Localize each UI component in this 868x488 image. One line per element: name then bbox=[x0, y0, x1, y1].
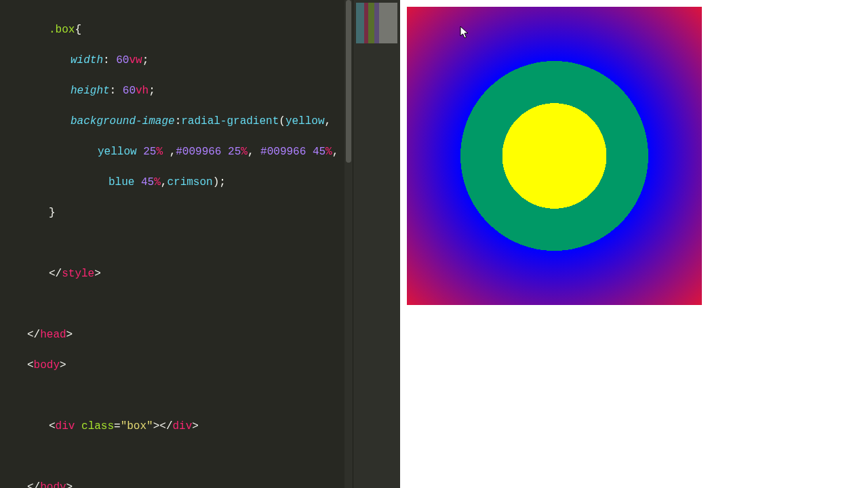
minimap-content bbox=[356, 3, 397, 43]
css-fn: radial-gradient bbox=[181, 115, 279, 127]
css-color: #009966 bbox=[260, 146, 306, 158]
css-color: blue bbox=[108, 176, 134, 188]
css-selector: .box bbox=[49, 24, 75, 36]
css-color: yellow bbox=[285, 115, 325, 127]
css-color: crimson bbox=[167, 176, 212, 188]
tag-style-close: style bbox=[62, 268, 94, 280]
app-root: .box{ width: 60vw; height: 60vh; backgro… bbox=[0, 0, 868, 488]
css-num: 60 bbox=[123, 85, 136, 97]
brace-open: { bbox=[75, 24, 81, 36]
code-editor-pane: .box{ width: 60vw; height: 60vh; backgro… bbox=[0, 0, 400, 488]
css-prop-width: width bbox=[71, 54, 103, 66]
editor-scrollbar[interactable] bbox=[344, 0, 353, 488]
editor-minimap[interactable] bbox=[353, 0, 400, 488]
css-num: 60 bbox=[116, 54, 129, 66]
css-color: yellow bbox=[98, 146, 137, 158]
editor-scrollbar-thumb[interactable] bbox=[346, 0, 351, 163]
brace-close: } bbox=[49, 207, 56, 219]
css-prop-bg: background-image bbox=[71, 115, 175, 127]
attr-value: "box" bbox=[121, 420, 153, 432]
gradient-box bbox=[407, 7, 702, 305]
tag-head-close: head bbox=[40, 329, 66, 341]
css-prop-height: height bbox=[71, 85, 110, 97]
tag-body-close: body bbox=[40, 481, 66, 489]
tag-div: div bbox=[56, 420, 75, 432]
tag-div-close: div bbox=[172, 420, 192, 432]
css-unit: vh bbox=[136, 85, 149, 97]
css-color: #009966 bbox=[176, 146, 221, 158]
code-editor[interactable]: .box{ width: 60vw; height: 60vh; backgro… bbox=[0, 0, 353, 488]
tag-body-open: body bbox=[34, 359, 60, 371]
attr-class: class bbox=[81, 420, 114, 432]
css-unit: vw bbox=[129, 54, 142, 66]
browser-preview-pane bbox=[400, 0, 868, 488]
